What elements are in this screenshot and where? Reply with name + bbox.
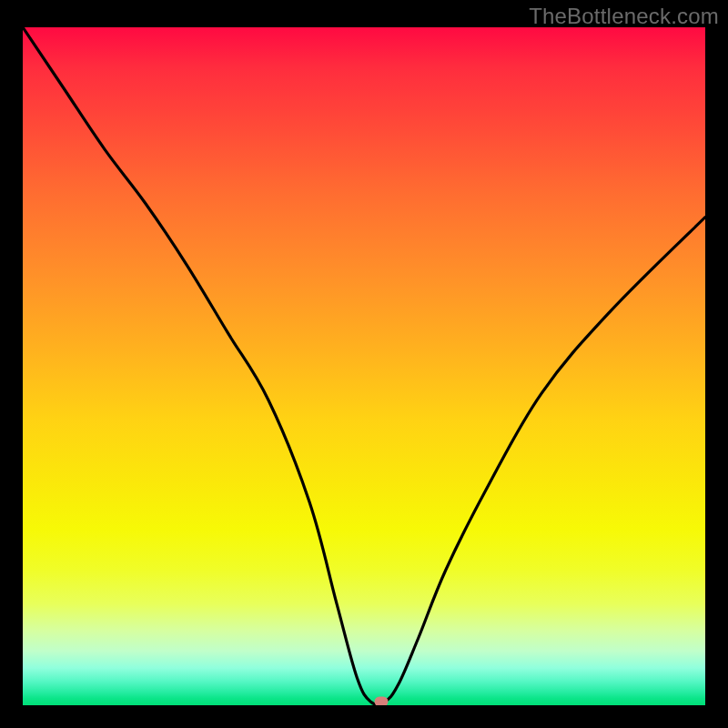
bottleneck-curve (23, 27, 705, 705)
optimal-marker (374, 697, 388, 705)
chart-frame: TheBottleneck.com (0, 0, 728, 728)
plot-area (23, 27, 705, 705)
watermark-text: TheBottleneck.com (529, 4, 719, 29)
